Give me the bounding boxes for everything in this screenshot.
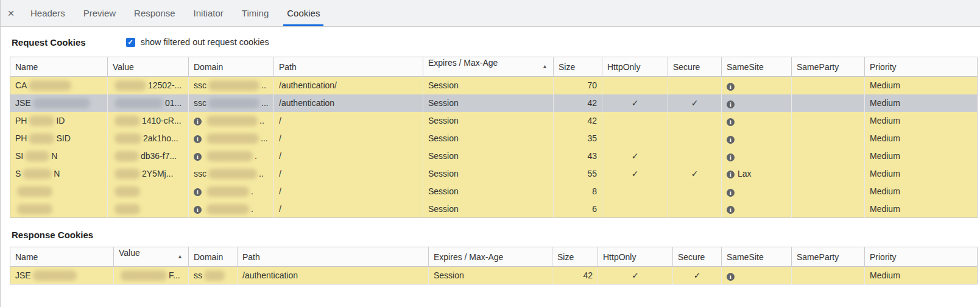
info-icon[interactable]: i (727, 171, 735, 178)
redacted-blur (115, 186, 140, 197)
cell-priority: Medium (865, 147, 978, 165)
tab-preview[interactable]: Preview (80, 0, 119, 26)
cell-text: ... (261, 133, 268, 143)
column-header-domain[interactable]: Domain (189, 57, 274, 77)
cell-expires: Session (423, 77, 554, 94)
cell-size: 6 (554, 200, 602, 218)
info-icon[interactable]: i (194, 135, 202, 143)
column-header-size[interactable]: Size (554, 57, 602, 77)
cell-priority: Medium (865, 112, 978, 130)
column-header-name[interactable]: Name (10, 247, 114, 267)
column-header-sameparty[interactable]: SameParty (792, 247, 865, 267)
cell-name: JSE (10, 94, 108, 112)
cell-httponly (602, 77, 668, 94)
column-header-expires[interactable]: ▲Expires / Max-Age (423, 57, 554, 77)
cell-samesite: i (722, 147, 792, 165)
cell-expires: Session (423, 147, 554, 165)
redacted-blur (115, 169, 140, 179)
cell-domain: ssc.. (189, 165, 274, 183)
cell-text: F... (169, 270, 180, 280)
cell-expires: Session (423, 183, 554, 200)
cell-text: .. (259, 116, 264, 125)
column-header-httponly[interactable]: HttpOnly (598, 247, 673, 267)
cell-httponly: ✓ (602, 94, 668, 112)
cell-sameparty (792, 183, 865, 200)
cell-size: 42 (552, 267, 598, 284)
column-label: HttpOnly (603, 252, 636, 262)
cell-sameparty (792, 147, 865, 165)
info-icon[interactable]: i (727, 273, 735, 281)
redacted-blur (115, 98, 163, 108)
tab-list: HeadersPreviewResponseInitiatorTimingCoo… (21, 0, 329, 26)
cell-expires: Session (423, 165, 554, 183)
cell-text: Lax (738, 169, 752, 179)
checkbox-checked-icon[interactable]: ✓ (126, 38, 135, 47)
info-icon[interactable]: i (194, 188, 202, 196)
redacted-blur (206, 151, 253, 161)
cell-text: ssc (194, 169, 206, 178)
cell-name: SN (10, 165, 108, 183)
column-header-samesite[interactable]: SameSite (722, 247, 792, 267)
column-label: Value (113, 62, 134, 72)
column-label: Secure (678, 252, 705, 262)
column-label: HttpOnly (607, 62, 640, 72)
column-label: Expires / Max-Age (428, 58, 498, 68)
cell-sameparty (792, 130, 865, 147)
info-icon[interactable]: i (194, 153, 202, 161)
cookie-row[interactable]: PHID1410-cR...i../Session42iMedium (10, 112, 978, 130)
tab-timing[interactable]: Timing (238, 0, 272, 26)
column-header-expires[interactable]: Expires / Max-Age (429, 247, 552, 267)
cookie-row[interactable]: CA12502-...ssc../authentication/Session7… (10, 77, 978, 94)
cookie-row[interactable]: SN2Y5Mj...ssc../Session55✓✓iLaxMedium (10, 165, 978, 183)
cell-name: PHSID (10, 130, 108, 147)
info-icon[interactable]: i (727, 83, 735, 91)
cell-value: 1410-cR... (108, 112, 189, 130)
show-filtered-cookies-checkbox[interactable]: ✓ show filtered out request cookies (126, 37, 269, 47)
info-icon[interactable]: i (727, 101, 735, 108)
cell-size: 35 (554, 130, 602, 147)
cookie-row[interactable]: JSEF...ss/authenticationSession42✓✓iMedi… (10, 267, 978, 284)
cell-text: ssc (194, 98, 206, 108)
column-header-size[interactable]: Size (552, 247, 598, 267)
tab-initiator[interactable]: Initiator (190, 0, 227, 26)
cookie-row[interactable]: SINdb36-f7...i./Session43✓iMedium (10, 147, 978, 165)
cell-path: / (274, 147, 423, 165)
cell-httponly (602, 112, 668, 130)
cookie-row[interactable]: JSE01...ssc.../authenticationSession42✓✓… (10, 94, 978, 112)
info-icon[interactable]: i (727, 189, 735, 197)
info-icon[interactable]: i (727, 136, 735, 144)
redacted-blur (204, 270, 225, 281)
column-label: Priority (870, 62, 897, 72)
cell-value: 01... (108, 94, 189, 112)
cookie-row[interactable]: i./Session6iMedium (10, 200, 978, 218)
column-header-value[interactable]: Value (108, 57, 189, 77)
column-header-samesite[interactable]: SameSite (722, 57, 792, 77)
column-header-path[interactable]: Path (238, 247, 429, 267)
cell-text: PH (15, 116, 27, 125)
column-header-priority[interactable]: Priority (865, 247, 978, 267)
cell-sameparty (792, 112, 865, 130)
column-header-path[interactable]: Path (274, 57, 423, 77)
tab-cookies[interactable]: Cookies (283, 0, 323, 26)
cell-text: 2Y5Mj... (142, 169, 173, 178)
column-header-secure[interactable]: Secure (673, 247, 722, 267)
tab-headers[interactable]: Headers (27, 0, 69, 26)
cookie-row[interactable]: PHSID2ak1ho...i.../Session35iMedium (10, 130, 978, 147)
column-header-sameparty[interactable]: SameParty (792, 57, 865, 77)
close-icon[interactable]: × (1, 0, 21, 26)
column-header-name[interactable]: Name (10, 57, 108, 77)
info-icon[interactable]: i (194, 206, 202, 214)
redacted-blur (206, 186, 249, 197)
column-header-secure[interactable]: Secure (668, 57, 722, 77)
info-icon[interactable]: i (727, 206, 735, 214)
column-header-httponly[interactable]: HttpOnly (602, 57, 668, 77)
tab-response[interactable]: Response (130, 0, 179, 26)
cookie-row[interactable]: i./Session8iMedium (10, 183, 978, 200)
column-header-priority[interactable]: Priority (865, 57, 978, 77)
info-icon[interactable]: i (727, 118, 735, 126)
column-header-value[interactable]: ▲Value (114, 247, 189, 267)
cell-secure (668, 130, 722, 147)
info-icon[interactable]: i (194, 118, 202, 125)
info-icon[interactable]: i (727, 154, 735, 161)
column-header-domain[interactable]: Domain (189, 247, 238, 267)
